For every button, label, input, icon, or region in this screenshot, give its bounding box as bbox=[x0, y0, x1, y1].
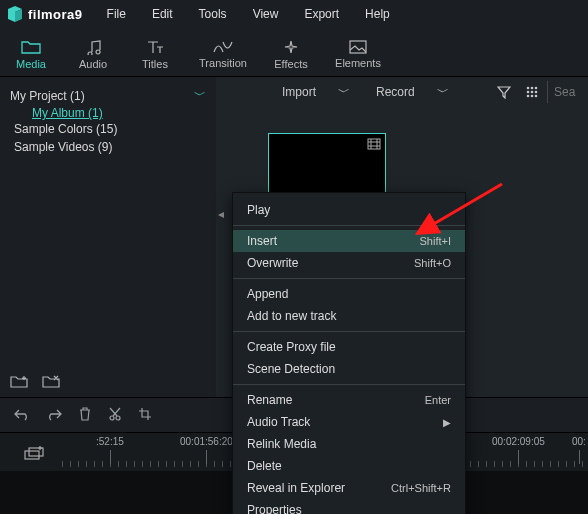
folder-icon bbox=[21, 39, 41, 55]
tab-transition[interactable]: Transition bbox=[186, 36, 260, 69]
menu-file[interactable]: File bbox=[97, 3, 136, 25]
svg-rect-10 bbox=[368, 139, 380, 149]
separator bbox=[233, 331, 465, 332]
add-track-icon[interactable] bbox=[0, 444, 62, 460]
project-root[interactable]: My Project (1) ﹀ bbox=[10, 85, 206, 106]
sparkle-icon bbox=[282, 39, 300, 55]
crop-icon[interactable] bbox=[138, 407, 152, 424]
cut-icon[interactable] bbox=[108, 407, 122, 424]
app-name: filmora9 bbox=[28, 7, 83, 22]
ctx-rename[interactable]: RenameEnter bbox=[233, 389, 465, 411]
ctx-insert[interactable]: InsertShift+I bbox=[233, 230, 465, 252]
menu-help[interactable]: Help bbox=[355, 3, 400, 25]
submenu-arrow-icon: ▶ bbox=[443, 417, 451, 428]
ctx-reveal-explorer[interactable]: Reveal in ExplorerCtrl+Shift+R bbox=[233, 477, 465, 499]
transition-icon bbox=[212, 40, 234, 54]
separator bbox=[233, 278, 465, 279]
grid-view-icon[interactable] bbox=[519, 85, 545, 99]
menu-view[interactable]: View bbox=[243, 3, 289, 25]
ctx-relink-media[interactable]: Relink Media bbox=[233, 433, 465, 455]
search-input[interactable] bbox=[547, 81, 582, 103]
svg-point-1 bbox=[527, 87, 530, 90]
svg-rect-14 bbox=[29, 448, 43, 456]
ctx-play[interactable]: Play bbox=[233, 199, 465, 221]
ctx-create-proxy[interactable]: Create Proxy file bbox=[233, 336, 465, 358]
redo-icon[interactable] bbox=[46, 407, 62, 424]
delete-icon[interactable] bbox=[78, 407, 92, 424]
tab-titles[interactable]: Titles bbox=[124, 35, 186, 70]
tab-media[interactable]: Media bbox=[0, 35, 62, 70]
svg-point-2 bbox=[531, 87, 534, 90]
project-sidebar: My Project (1) ﹀ My Album (1) Sample Col… bbox=[0, 77, 216, 397]
svg-point-13 bbox=[116, 416, 120, 420]
filter-icon[interactable] bbox=[491, 85, 517, 99]
menu-tools[interactable]: Tools bbox=[189, 3, 237, 25]
film-icon bbox=[367, 138, 381, 153]
album-item[interactable]: My Album (1) bbox=[10, 106, 206, 120]
context-menu: Play InsertShift+I OverwriteShift+O Appe… bbox=[232, 192, 466, 514]
svg-point-8 bbox=[531, 95, 534, 98]
svg-point-12 bbox=[110, 416, 114, 420]
svg-point-3 bbox=[535, 87, 538, 90]
add-folder-icon[interactable] bbox=[10, 374, 28, 391]
chevron-down-icon[interactable]: ﹀ bbox=[194, 87, 206, 104]
tab-audio[interactable]: Audio bbox=[62, 35, 124, 70]
svg-point-5 bbox=[531, 91, 534, 94]
ctx-audio-track[interactable]: Audio Track▶ bbox=[233, 411, 465, 433]
ctx-properties[interactable]: Properties bbox=[233, 499, 465, 514]
ruler-tick: 00:01:56:20 bbox=[180, 436, 233, 447]
import-dropdown[interactable]: Import ﹀ bbox=[270, 84, 362, 101]
svg-point-7 bbox=[527, 95, 530, 98]
menu-export[interactable]: Export bbox=[294, 3, 349, 25]
svg-point-4 bbox=[527, 91, 530, 94]
collapse-arrow-icon[interactable]: ◂ bbox=[218, 207, 224, 221]
ctx-overwrite[interactable]: OverwriteShift+O bbox=[233, 252, 465, 274]
sample-colors-item[interactable]: Sample Colors (15) bbox=[10, 120, 206, 138]
text-icon bbox=[146, 39, 164, 55]
ctx-delete[interactable]: Delete bbox=[233, 455, 465, 477]
ctx-append[interactable]: Append bbox=[233, 283, 465, 305]
ctx-scene-detection[interactable]: Scene Detection bbox=[233, 358, 465, 380]
tab-effects[interactable]: Effects bbox=[260, 35, 322, 70]
record-dropdown[interactable]: Record ﹀ bbox=[364, 84, 461, 101]
sample-videos-item[interactable]: Sample Videos (9) bbox=[10, 138, 206, 156]
ruler-tick: 00: bbox=[572, 436, 586, 447]
logo-icon bbox=[6, 5, 24, 23]
svg-point-9 bbox=[535, 95, 538, 98]
ctx-add-to-new-track[interactable]: Add to new track bbox=[233, 305, 465, 327]
svg-rect-15 bbox=[25, 451, 39, 459]
remove-folder-icon[interactable] bbox=[42, 374, 60, 391]
ruler-tick: 00:02:09:05 bbox=[492, 436, 545, 447]
svg-point-6 bbox=[535, 91, 538, 94]
svg-rect-0 bbox=[350, 41, 366, 53]
ruler-tick: :52:15 bbox=[96, 436, 124, 447]
undo-icon[interactable] bbox=[14, 407, 30, 424]
tab-elements[interactable]: Elements bbox=[322, 36, 394, 69]
separator bbox=[233, 225, 465, 226]
chevron-down-icon: ﹀ bbox=[338, 84, 350, 101]
separator bbox=[233, 384, 465, 385]
chevron-down-icon: ﹀ bbox=[437, 84, 449, 101]
image-icon bbox=[349, 40, 367, 54]
app-logo: filmora9 bbox=[6, 5, 83, 23]
music-icon bbox=[84, 39, 102, 55]
menu-edit[interactable]: Edit bbox=[142, 3, 183, 25]
